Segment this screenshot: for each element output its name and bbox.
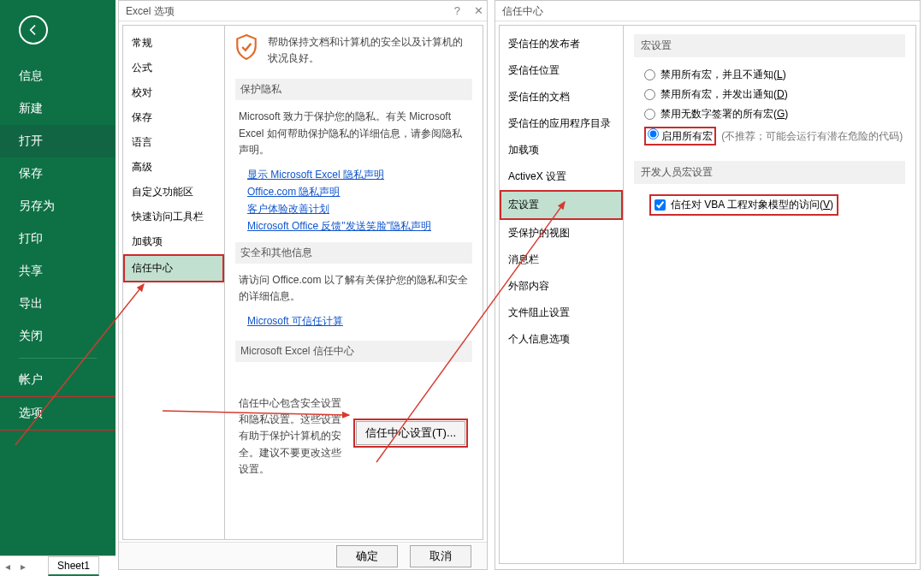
sidebar-separator [19,358,97,359]
tc-nav-external-content[interactable]: 外部内容 [500,273,623,300]
dialog-title: Excel 选项 [126,5,175,17]
sidebar-item-info[interactable]: 信息 [0,60,116,92]
trust-center-text: 信任中心包含安全设置和隐私设置。这些设置有助于保护计算机的安全。建议不要更改这些… [239,395,350,478]
trust-center-settings-button[interactable]: 信任中心设置(T)... [356,421,465,445]
tc-nav-addins[interactable]: 加载项 [500,137,623,163]
privacy-text: Microsoft 致力于保护您的隐私。有关 Microsoft Excel 如… [235,109,472,158]
tc-nav-message-bar[interactable]: 消息栏 [500,246,623,273]
section-security: 安全和其他信息 [235,242,472,264]
excel-options-dialog: Excel 选项 ? ✕ 常规 公式 校对 保存 语言 高级 自定义功能区 快速… [118,0,488,570]
radio-disable-unsigned[interactable]: 禁用无数字签署的所有宏(G) [644,107,905,122]
options-nav-save[interactable]: 保存 [123,105,224,130]
checkbox-vba-access[interactable]: 信任对 VBA 工程对象模型的访问(V) [644,194,905,216]
options-nav-general[interactable]: 常规 [123,31,224,56]
help-icon[interactable]: ? [454,1,460,21]
radio-enable-all[interactable]: 启用所有宏 (不推荐；可能会运行有潜在危险的代码) [644,127,905,145]
link-privacy-excel[interactable]: 显示 Microsoft Excel 隐私声明 [247,168,472,182]
options-nav-trust-center[interactable]: 信任中心 [123,254,224,282]
checkbox-input[interactable] [654,199,666,211]
dialog-buttons: 确定 取消 [119,542,487,569]
sidebar-item-close[interactable]: 关闭 [0,320,116,353]
radio-input[interactable] [644,89,655,100]
sidebar-item-saveas[interactable]: 另存为 [0,190,116,223]
trust-center-title: 信任中心 [502,5,543,17]
options-nav: 常规 公式 校对 保存 语言 高级 自定义功能区 快速访问工具栏 加载项 信任中… [122,25,225,540]
ok-button[interactable]: 确定 [336,545,398,567]
options-nav-language[interactable]: 语言 [123,130,224,155]
tc-nav-appcatalogs[interactable]: 受信任的应用程序目录 [500,110,623,137]
section-dev-macro: 开发人员宏设置 [634,161,905,184]
tc-nav-macro-settings[interactable]: 宏设置 [500,190,623,220]
link-privacy-office[interactable]: Office.com 隐私声明 [247,185,472,199]
tc-nav-privacy-options[interactable]: 个人信息选项 [500,326,623,353]
backstage-sidebar: 信息 新建 打开 保存 另存为 打印 共享 导出 关闭 帐户 选项 [0,0,116,576]
sheet-nav-prev-icon[interactable]: ◂ [0,561,15,573]
trust-center-dialog: 信任中心 受信任的发布者 受信任位置 受信任的文档 受信任的应用程序目录 加载项… [495,0,921,570]
shield-icon [235,34,258,60]
tc-nav-publishers[interactable]: 受信任的发布者 [500,31,623,57]
tc-nav-file-block[interactable]: 文件阻止设置 [500,300,623,326]
sheet-tab[interactable]: Sheet1 [48,556,99,576]
close-icon[interactable]: ✕ [474,1,483,21]
sidebar-item-print[interactable]: 打印 [0,223,116,255]
tc-nav-locations[interactable]: 受信任位置 [500,57,623,84]
radio-disable-no-notify[interactable]: 禁用所有宏，并且不通知(L) [644,68,905,82]
radio-input[interactable] [648,128,659,140]
link-trustworthy-computing[interactable]: Microsoft 可信任计算 [247,314,472,329]
options-nav-formulas[interactable]: 公式 [123,56,224,80]
dialog-title-bar: Excel 选项 ? ✕ [119,1,487,21]
radio-input[interactable] [644,109,655,120]
options-nav-customize-ribbon[interactable]: 自定义功能区 [123,180,224,205]
sidebar-item-share[interactable]: 共享 [0,255,116,288]
back-button[interactable] [19,15,48,45]
options-nav-proofing[interactable]: 校对 [123,80,224,105]
sheet-tabs: ◂ ▸ Sheet1 [0,555,116,576]
sidebar-item-account[interactable]: 帐户 [0,364,116,396]
radio-disable-notify[interactable]: 禁用所有宏，并发出通知(D) [644,87,905,102]
radio-input[interactable] [644,69,655,80]
shield-text: 帮助保持文档和计算机的安全以及计算机的状况良好。 [264,34,472,67]
tc-nav-activex[interactable]: ActiveX 设置 [500,163,623,190]
cancel-button[interactable]: 取消 [410,545,471,567]
trust-center-content: 宏设置 禁用所有宏，并且不通知(L) 禁用所有宏，并发出通知(D) 禁用无数字签… [624,25,916,564]
trust-center-nav: 受信任的发布者 受信任位置 受信任的文档 受信任的应用程序目录 加载项 Acti… [499,25,624,564]
options-nav-advanced[interactable]: 高级 [123,155,224,180]
security-text: 请访问 Office.com 以了解有关保护您的隐私和安全的详细信息。 [235,272,472,305]
sheet-nav-next-icon[interactable]: ▸ [15,561,31,573]
trust-center-title-bar: 信任中心 [495,1,920,21]
back-arrow-icon [27,23,40,37]
options-nav-qat[interactable]: 快速访问工具栏 [123,205,224,229]
sidebar-item-options[interactable]: 选项 [0,396,116,431]
sidebar-item-export[interactable]: 导出 [0,288,116,320]
sidebar-item-save[interactable]: 保存 [0,157,116,190]
section-macro-settings: 宏设置 [634,34,905,57]
link-feedback[interactable]: Microsoft Office 反馈"发送笑脸"隐私声明 [247,219,472,234]
section-privacy: 保护隐私 [235,79,472,100]
sidebar-item-new[interactable]: 新建 [0,92,116,125]
link-ceip[interactable]: 客户体验改善计划 [247,202,472,217]
options-nav-addins[interactable]: 加载项 [123,229,224,254]
section-trust-center: Microsoft Excel 信任中心 [235,341,472,362]
tc-nav-documents[interactable]: 受信任的文档 [500,84,623,110]
tc-nav-protected-view[interactable]: 受保护的视图 [500,220,623,246]
sidebar-item-open[interactable]: 打开 [0,125,116,157]
options-content: 帮助保持文档和计算机的安全以及计算机的状况良好。 保护隐私 Microsoft … [225,25,483,540]
